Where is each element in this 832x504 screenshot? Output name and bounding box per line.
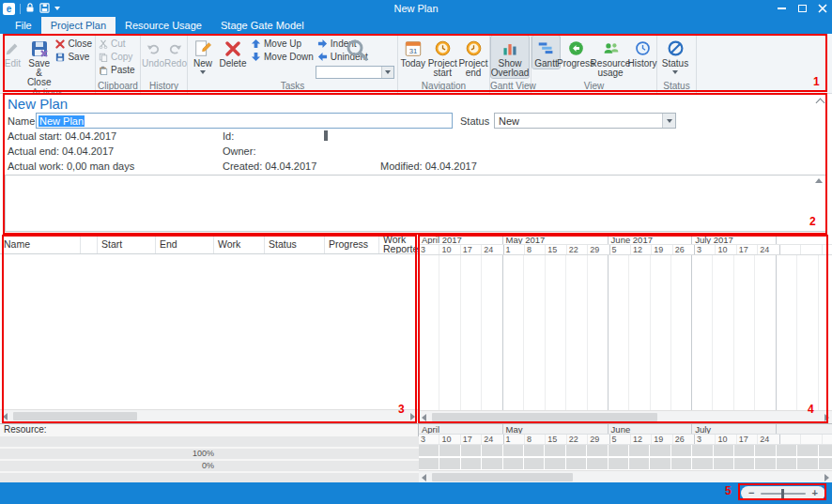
gantt-month: July 2017 <box>692 235 777 244</box>
resource-scroll-thumb[interactable] <box>432 473 573 481</box>
resource-week: 26 <box>673 435 694 444</box>
search-icon[interactable] <box>345 38 369 64</box>
scroll-left-icon[interactable] <box>420 412 428 423</box>
scroll-right-icon[interactable] <box>823 412 831 423</box>
resource-hscrollbar[interactable] <box>419 470 832 483</box>
gantt-week: 15 <box>546 245 566 254</box>
group-label-tasks: Tasks <box>188 81 397 93</box>
gantt-week: 24 <box>482 245 502 254</box>
column-header-name[interactable]: Name <box>0 235 81 253</box>
resource-usage-view-button[interactable]: Resource usage <box>592 36 629 78</box>
modified-value: 04.04.2017 <box>425 160 477 172</box>
notes-textarea[interactable] <box>5 175 827 232</box>
column-header-work-reported[interactable]: Work Reported <box>379 235 418 253</box>
modified-field: Modified: 04.04.2017 <box>380 160 477 172</box>
scroll-right-icon[interactable] <box>408 411 417 422</box>
gantt-week: 12 <box>631 245 652 254</box>
task-grid-scroll-thumb[interactable] <box>13 412 137 420</box>
save-and-close-button[interactable]: Save & Close <box>24 36 54 87</box>
copy-button[interactable]: Copy <box>97 52 137 62</box>
new-task-button[interactable]: New <box>189 36 217 74</box>
move-up-button[interactable]: Move Up <box>249 38 316 49</box>
paste-button[interactable]: Paste <box>97 65 137 75</box>
project-end-button[interactable]: Project end <box>458 36 488 78</box>
name-label: Name <box>8 115 36 127</box>
close-window-button[interactable] <box>816 2 829 15</box>
cut-button[interactable]: Cut <box>97 38 137 49</box>
scroll-left-icon[interactable] <box>1 411 9 422</box>
group-label-gantt-view: Gantt View <box>490 81 531 93</box>
gantt-view-button[interactable]: Gantt <box>532 36 560 69</box>
progress-icon <box>567 38 585 59</box>
close-button[interactable]: Close <box>54 38 94 49</box>
gantt-month-filler <box>777 235 832 244</box>
new-task-icon <box>193 38 212 59</box>
gantt-week: 3 <box>419 245 439 254</box>
minimize-button[interactable] <box>775 2 788 15</box>
calendar-31-icon: 31 <box>404 38 423 59</box>
zoom-control[interactable]: − + <box>741 486 825 500</box>
name-value-selected: New Plan <box>39 115 85 127</box>
tab-stage-gate-model[interactable]: Stage Gate Model <box>211 17 314 34</box>
ribbon-group-history: Undo Redo History <box>141 34 188 93</box>
status-combobox[interactable]: New <box>494 113 676 129</box>
task-filter-combobox[interactable] <box>316 66 394 79</box>
arrow-left-icon <box>317 52 328 62</box>
delete-task-button[interactable]: Delete <box>217 36 249 69</box>
status-dropdown-icon <box>672 70 678 74</box>
column-header-progress[interactable]: Progress <box>325 235 379 253</box>
page-title: New Plan <box>8 96 68 112</box>
edit-button[interactable]: Edit <box>1 36 24 69</box>
column-header-end[interactable]: End <box>156 235 214 253</box>
move-buttons: Move Up Move Down <box>249 36 316 62</box>
column-header-icon[interactable] <box>81 235 98 253</box>
redo-button[interactable]: Redo <box>164 36 187 69</box>
resource-week: 24 <box>758 435 778 444</box>
resource-week: 17 <box>737 435 758 444</box>
tab-project-plan[interactable]: Project Plan <box>41 17 116 34</box>
gantt-week: 10 <box>439 245 460 254</box>
gantt-week: 26 <box>673 245 694 254</box>
gantt-scroll-thumb[interactable] <box>432 413 657 421</box>
resource-week: 5 <box>610 435 631 444</box>
project-start-button[interactable]: Project start <box>427 36 458 78</box>
ribbon-group-actions: Edit Save & Close Close Save <box>0 34 96 93</box>
column-header-work[interactable]: Work <box>214 235 265 253</box>
zoom-in-button[interactable]: + <box>812 487 818 499</box>
task-grid-hscrollbar[interactable] <box>0 409 418 422</box>
name-input[interactable]: New Plan <box>36 113 453 129</box>
gantt-week: 8 <box>525 245 546 254</box>
tab-resource-usage[interactable]: Resource Usage <box>116 17 211 34</box>
gantt-week: 19 <box>652 245 672 254</box>
created-field: Created: 04.04.2017 <box>223 160 316 172</box>
history-view-button[interactable]: History <box>629 36 655 69</box>
notes-scroll-up-icon[interactable] <box>815 178 823 183</box>
maximize-button[interactable] <box>795 2 809 15</box>
column-header-status[interactable]: Status <box>265 235 325 253</box>
gantt-body[interactable] <box>419 255 832 410</box>
status-button[interactable]: Status <box>658 36 692 74</box>
undo-button[interactable]: Undo <box>142 36 164 69</box>
column-header-start[interactable]: Start <box>98 235 156 253</box>
gantt-hscrollbar[interactable] <box>419 410 832 423</box>
status-dropdown-button[interactable] <box>662 114 675 128</box>
save-disk-icon <box>55 53 65 62</box>
save-button[interactable]: Save <box>54 52 94 62</box>
delete-icon <box>224 38 241 59</box>
gantt-body-filler <box>777 255 832 410</box>
show-overload-button[interactable]: Show Overload <box>491 36 529 78</box>
tab-file[interactable]: File <box>6 17 41 34</box>
combo-dropdown-button[interactable] <box>381 67 393 78</box>
group-label-navigation: Navigation <box>398 81 489 93</box>
zoom-out-button[interactable]: − <box>748 487 754 499</box>
zoom-slider-thumb[interactable] <box>781 489 784 498</box>
titlebar: e New Plan <box>0 0 832 17</box>
today-button[interactable]: 31 Today <box>399 36 427 69</box>
collapse-form-chevron-icon[interactable] <box>816 99 825 108</box>
zoom-slider[interactable] <box>761 493 805 495</box>
ribbon-group-status: Status Status <box>657 34 697 93</box>
task-grid-body[interactable] <box>0 254 418 409</box>
progress-view-button[interactable]: Progress <box>560 36 592 69</box>
move-down-button[interactable]: Move Down <box>249 52 316 62</box>
resource-label: Resource: <box>4 424 47 435</box>
